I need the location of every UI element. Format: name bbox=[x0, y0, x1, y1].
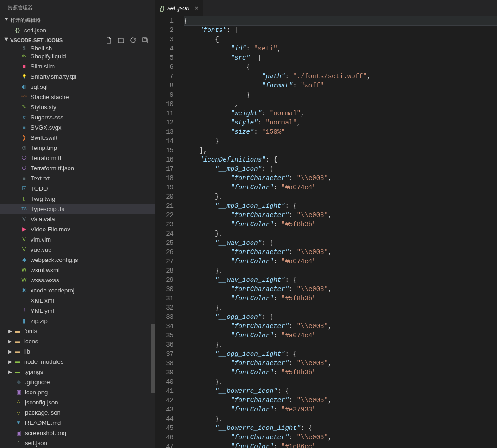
code-line[interactable]: } bbox=[184, 90, 497, 100]
editor[interactable]: 1234567891011121314151617181920212223242… bbox=[155, 16, 497, 448]
file-item[interactable]: ◆.gitignore bbox=[0, 377, 155, 387]
code-line[interactable]: "__wav_icon_light": { bbox=[184, 275, 497, 285]
open-editors-header[interactable]: ▶ 打开的编辑器 bbox=[0, 15, 155, 25]
file-item[interactable]: ▶Video File.mov bbox=[0, 224, 155, 234]
code-line[interactable]: "fontColor": "#a074c4" bbox=[184, 257, 497, 266]
file-item[interactable]: TSTypescript.ts bbox=[0, 204, 155, 214]
new-folder-icon[interactable] bbox=[117, 37, 125, 44]
file-item[interactable]: Vvue.vue bbox=[0, 244, 155, 255]
code-line[interactable]: }, bbox=[184, 192, 497, 201]
file-item[interactable]: !YML.yml bbox=[0, 305, 155, 316]
new-file-icon[interactable] bbox=[105, 37, 113, 44]
file-item[interactable]: ❯Swift.swift bbox=[0, 132, 155, 143]
file-item[interactable]: ◷Temp.tmp bbox=[0, 143, 155, 153]
file-item[interactable]: ▼README.md bbox=[0, 417, 155, 428]
code-line[interactable]: "id": "seti", bbox=[184, 44, 497, 53]
folder-item[interactable]: ▶▬fonts bbox=[0, 326, 155, 336]
code-line[interactable]: "__mp3_icon": { bbox=[184, 164, 497, 174]
file-item[interactable]: #Sugarss.sss bbox=[0, 112, 155, 122]
code-line[interactable]: ], bbox=[184, 146, 497, 155]
code-line[interactable]: }, bbox=[184, 377, 497, 386]
code-line[interactable]: "fontColor": "#e37933" bbox=[184, 405, 497, 414]
workspace-header[interactable]: ▶ VSCODE-SETI-ICONS bbox=[0, 35, 155, 45]
file-item[interactable]: 🛍Shopify.liquid bbox=[0, 51, 155, 61]
folder-item[interactable]: ▶▬icons bbox=[0, 336, 155, 346]
collapse-all-icon[interactable] bbox=[141, 37, 149, 44]
file-item[interactable]: {}Twig.twig bbox=[0, 193, 155, 204]
code-line[interactable]: "fontCharacter": "\\e003", bbox=[184, 174, 497, 183]
folder-item[interactable]: ▶▬typings bbox=[0, 367, 155, 377]
refresh-icon[interactable] bbox=[129, 37, 137, 44]
close-icon[interactable]: × bbox=[195, 5, 199, 12]
folder-item[interactable]: ▶▬lib bbox=[0, 346, 155, 356]
file-tree[interactable]: $Shell.sh🛍Shopify.liquid■Slim.slim💡Smart… bbox=[0, 45, 155, 448]
code-line[interactable]: "fontCharacter": "\\e003", bbox=[184, 248, 497, 257]
code-line[interactable]: "style": "normal", bbox=[184, 118, 497, 127]
code-line[interactable]: "fontCharacter": "\\e003", bbox=[184, 211, 497, 220]
file-item[interactable]: XML.xml bbox=[0, 295, 155, 305]
open-editor-item[interactable]: {}seti.json bbox=[0, 25, 155, 35]
file-item[interactable]: {}package.json bbox=[0, 407, 155, 417]
code-line[interactable]: ], bbox=[184, 100, 497, 109]
code-line[interactable]: "fontColor": "#5f8b3b" bbox=[184, 368, 497, 377]
file-item[interactable]: ✖xcode.xcodeproj bbox=[0, 285, 155, 295]
code-line[interactable]: "fontCharacter": "\\e006", bbox=[184, 396, 497, 405]
code-line[interactable]: "fontCharacter": "\\e006", bbox=[184, 433, 497, 442]
code-line[interactable]: "src": [ bbox=[184, 53, 497, 62]
tab-seti-json[interactable]: {} seti.json × bbox=[155, 0, 203, 16]
file-item[interactable]: ⎔Terraform.tf bbox=[0, 153, 155, 163]
code-line[interactable]: "fonts": [ bbox=[184, 25, 497, 35]
code-line[interactable]: "fontColor": "#5f8b3b" bbox=[184, 220, 497, 229]
file-item[interactable]: ◐sql.sql bbox=[0, 81, 155, 92]
folder-item[interactable]: ▶▬node_modules bbox=[0, 356, 155, 367]
file-item[interactable]: ◆webpack.config.js bbox=[0, 255, 155, 265]
file-item[interactable]: Wwxml.wxml bbox=[0, 265, 155, 275]
file-item[interactable]: ▮zip.zip bbox=[0, 316, 155, 326]
code-line[interactable]: "fontColor": "#a074c4" bbox=[184, 331, 497, 340]
file-item[interactable]: ≡Text.txt bbox=[0, 173, 155, 183]
file-item[interactable]: 💡Smarty.smarty.tpl bbox=[0, 71, 155, 81]
file-item[interactable]: ▣screenshot.png bbox=[0, 428, 155, 438]
code-line[interactable]: "__ogg_icon_light": { bbox=[184, 349, 497, 359]
code-line[interactable]: "format": "woff" bbox=[184, 81, 497, 90]
file-item[interactable]: Vvim.vim bbox=[0, 234, 155, 244]
file-item[interactable]: 〰Stache.stache bbox=[0, 92, 155, 102]
code-line[interactable]: "__ogg_icon": { bbox=[184, 312, 497, 322]
file-item[interactable]: ✎Stylus.styl bbox=[0, 102, 155, 112]
code-line[interactable]: "__bowerrc_icon_light": { bbox=[184, 423, 497, 433]
code-line[interactable]: "fontCharacter": "\\e003", bbox=[184, 359, 497, 368]
code-line[interactable]: "weight": "normal", bbox=[184, 109, 497, 118]
code-line[interactable]: "fontColor": "#a074c4" bbox=[184, 183, 497, 192]
code-content[interactable]: { "fonts": [ { "id": "seti", "src": [ { … bbox=[184, 16, 497, 448]
code-line[interactable]: { bbox=[184, 62, 497, 72]
code-line[interactable]: "__wav_icon": { bbox=[184, 238, 497, 248]
scrollbar-thumb[interactable] bbox=[151, 324, 155, 393]
code-line[interactable]: "fontColor": "#1c86cc" bbox=[184, 442, 497, 448]
file-item[interactable]: {}jsconfig.json bbox=[0, 397, 155, 407]
code-line[interactable]: "__bowerrc_icon": { bbox=[184, 386, 497, 396]
file-item[interactable]: {}seti.json bbox=[0, 438, 155, 448]
file-item[interactable]: ■Slim.slim bbox=[0, 61, 155, 71]
code-line[interactable]: { bbox=[184, 35, 497, 44]
file-item[interactable]: ≡SVGX.svgx bbox=[0, 122, 155, 132]
code-line[interactable]: "iconDefinitions": { bbox=[184, 155, 497, 164]
code-line[interactable]: "fontColor": "#5f8b3b" bbox=[184, 294, 497, 303]
file-item[interactable]: ▣icon.png bbox=[0, 387, 155, 397]
code-line[interactable]: "__mp3_icon_light": { bbox=[184, 201, 497, 211]
file-item[interactable]: VVala.vala bbox=[0, 214, 155, 224]
file-item[interactable]: ☑TODO bbox=[0, 183, 155, 193]
file-item[interactable]: ⎔Terraform.tf.json bbox=[0, 163, 155, 173]
code-line[interactable]: "path": "./fonts/seti.woff", bbox=[184, 72, 497, 81]
code-line[interactable]: "fontCharacter": "\\e003", bbox=[184, 322, 497, 331]
file-item[interactable]: Wwxss.wxss bbox=[0, 275, 155, 285]
code-line[interactable]: }, bbox=[184, 229, 497, 238]
code-line[interactable]: }, bbox=[184, 340, 497, 349]
code-line[interactable]: } bbox=[184, 137, 497, 146]
file-item[interactable]: $Shell.sh bbox=[0, 45, 155, 51]
code-line[interactable]: }, bbox=[184, 414, 497, 423]
code-line[interactable]: "fontCharacter": "\\e003", bbox=[184, 285, 497, 294]
code-line[interactable]: }, bbox=[184, 303, 497, 312]
code-line[interactable]: "size": "150%" bbox=[184, 127, 497, 137]
code-line[interactable]: }, bbox=[184, 266, 497, 275]
code-line[interactable]: { bbox=[184, 16, 497, 25]
